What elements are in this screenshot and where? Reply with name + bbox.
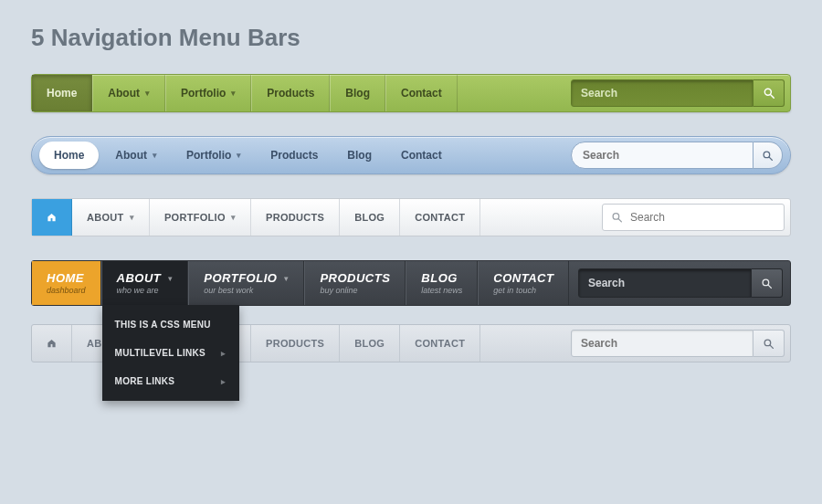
spacer bbox=[457, 137, 569, 173]
search-icon bbox=[611, 212, 623, 224]
nav-item-subtitle: get in touch bbox=[493, 286, 553, 295]
nav-item-label: PRODUCTS bbox=[266, 338, 324, 349]
svg-line-1 bbox=[770, 95, 774, 99]
nav5-item-products[interactable]: PRODUCTS bbox=[251, 325, 340, 362]
home-icon bbox=[47, 337, 57, 350]
home-icon bbox=[47, 210, 57, 225]
nav5-item-home[interactable] bbox=[32, 325, 72, 362]
nav-item-label: Blog bbox=[347, 149, 372, 162]
dropdown-item[interactable]: MORE LINKS▸ bbox=[102, 367, 239, 395]
search-wrap bbox=[571, 142, 783, 169]
search-wrap bbox=[602, 204, 785, 231]
chevron-down-icon: ▾ bbox=[153, 151, 157, 160]
dropdown-item-label: MORE LINKS bbox=[115, 376, 175, 386]
nav3-item-about[interactable]: ABOUT▾ bbox=[72, 199, 150, 236]
nav3-item-blog[interactable]: BLOG bbox=[340, 199, 400, 236]
nav1-item-blog[interactable]: Blog bbox=[330, 75, 385, 111]
nav1-item-portfolio[interactable]: Portfolio▾ bbox=[165, 75, 251, 111]
search-button[interactable] bbox=[754, 330, 785, 357]
nav-item-label: PORTFOLIO bbox=[204, 271, 277, 285]
nav-item-subtitle: buy online bbox=[320, 286, 390, 295]
search-button[interactable] bbox=[754, 79, 785, 107]
nav-item-label: Contact bbox=[401, 87, 442, 100]
search-icon bbox=[763, 338, 775, 350]
nav-item-label: CONTACT bbox=[415, 338, 465, 349]
chevron-down-icon: ▾ bbox=[231, 89, 236, 98]
chevron-down-icon: ▾ bbox=[168, 274, 173, 283]
dropdown-item[interactable]: MULTILEVEL LINKS▸ bbox=[102, 339, 239, 367]
chevron-right-icon: ▸ bbox=[221, 377, 226, 386]
nav-item-label: Home bbox=[54, 149, 84, 162]
nav-blue-pill: Home About▾ Portfolio▾ Products Blog Con… bbox=[31, 136, 791, 174]
nav3-item-products[interactable]: PRODUCTS bbox=[251, 199, 340, 236]
nav1-item-about[interactable]: About▾ bbox=[92, 75, 165, 111]
nav4-item-contact[interactable]: CONTACT get in touch bbox=[478, 261, 569, 305]
search-input[interactable] bbox=[571, 330, 754, 357]
search-wrap bbox=[571, 79, 785, 108]
nav3-item-contact[interactable]: CONTACT bbox=[400, 199, 480, 236]
dropdown-item[interactable]: THIS IS A CSS MENU bbox=[102, 310, 239, 339]
nav-item-label: About bbox=[115, 149, 147, 162]
nav1-item-products[interactable]: Products bbox=[251, 75, 330, 111]
spacer bbox=[458, 75, 571, 111]
nav-item-label: CONTACT bbox=[415, 212, 465, 223]
search-button[interactable] bbox=[754, 142, 783, 169]
dropdown-menu: THIS IS A CSS MENU MULTILEVEL LINKS▸ MOR… bbox=[102, 305, 239, 401]
search-input[interactable] bbox=[578, 268, 752, 298]
nav1-item-contact[interactable]: Contact bbox=[385, 75, 458, 111]
nav3-item-home[interactable] bbox=[32, 199, 72, 236]
nav-item-label: About bbox=[108, 87, 140, 100]
nav-item-label: BLOG bbox=[354, 212, 385, 223]
nav-item-subtitle: latest news bbox=[421, 286, 462, 295]
nav2-item-about[interactable]: About▾ bbox=[100, 137, 172, 173]
nav-item-subtitle: dashboard bbox=[47, 286, 86, 295]
nav-light-tabs: ABOUT▾ PORTFOLIO▾ PRODUCTS BLOG CONTACT bbox=[31, 198, 791, 236]
search-input[interactable] bbox=[571, 142, 754, 169]
svg-line-3 bbox=[769, 157, 772, 160]
search-wrap bbox=[578, 268, 783, 298]
nav-item-label: Portfolio bbox=[186, 149, 231, 162]
chevron-down-icon: ▾ bbox=[237, 151, 241, 160]
nav-item-label: PRODUCTS bbox=[320, 271, 390, 285]
nav-item-label: CONTACT bbox=[493, 271, 553, 285]
nav-item-label: ABOUT bbox=[87, 212, 124, 223]
nav-dark-subtitle: HOME dashboard ABOUT ▾ who we are THIS I… bbox=[31, 260, 791, 306]
nav4-item-about[interactable]: ABOUT ▾ who we are THIS IS A CSS MENU MU… bbox=[101, 261, 189, 305]
nav2-item-blog[interactable]: Blog bbox=[332, 137, 386, 173]
nav-item-label: Blog bbox=[345, 87, 370, 100]
nav4-item-home[interactable]: HOME dashboard bbox=[32, 261, 101, 305]
nav-item-subtitle: our best work bbox=[204, 286, 289, 295]
nav2-item-portfolio[interactable]: Portfolio▾ bbox=[172, 137, 256, 173]
nav-green: Home About▾ Portfolio▾ Products Blog Con… bbox=[31, 74, 791, 112]
nav2-item-contact[interactable]: Contact bbox=[386, 137, 457, 173]
nav-item-label: BLOG bbox=[421, 271, 462, 285]
dropdown-item-label: MULTILEVEL LINKS bbox=[115, 348, 206, 358]
nav-item-label: Contact bbox=[401, 149, 442, 162]
nav2-item-products[interactable]: Products bbox=[256, 137, 332, 173]
nav-item-label: PORTFOLIO bbox=[164, 212, 226, 223]
nav5-item-blog[interactable]: BLOG bbox=[340, 325, 400, 362]
nav-item-label: BLOG bbox=[354, 338, 385, 349]
dropdown-item-label: THIS IS A CSS MENU bbox=[115, 320, 211, 330]
spacer bbox=[569, 261, 571, 305]
nav3-item-portfolio[interactable]: PORTFOLIO▾ bbox=[150, 199, 251, 236]
search-input[interactable] bbox=[602, 204, 785, 231]
nav1-item-home[interactable]: Home bbox=[32, 75, 92, 111]
nav4-item-blog[interactable]: BLOG latest news bbox=[406, 261, 478, 305]
nav2-item-home[interactable]: Home bbox=[39, 142, 99, 169]
nav-item-label: ABOUT bbox=[117, 271, 162, 285]
nav-item-label: Home bbox=[47, 87, 77, 100]
svg-line-9 bbox=[770, 345, 773, 348]
nav-item-label: Products bbox=[270, 149, 318, 162]
svg-line-7 bbox=[768, 285, 771, 288]
search-button[interactable] bbox=[752, 268, 783, 298]
spacer bbox=[480, 199, 596, 236]
nav-item-label: PRODUCTS bbox=[266, 212, 324, 223]
page-title: 5 Navigation Menu Bars bbox=[31, 24, 791, 52]
nav5-item-contact[interactable]: CONTACT bbox=[400, 325, 480, 362]
nav4-item-portfolio[interactable]: PORTFOLIO ▾ our best work bbox=[188, 261, 304, 305]
svg-line-5 bbox=[618, 219, 621, 222]
search-input[interactable] bbox=[571, 79, 754, 107]
nav4-item-products[interactable]: PRODUCTS buy online bbox=[304, 261, 406, 305]
search-wrap bbox=[571, 330, 785, 357]
